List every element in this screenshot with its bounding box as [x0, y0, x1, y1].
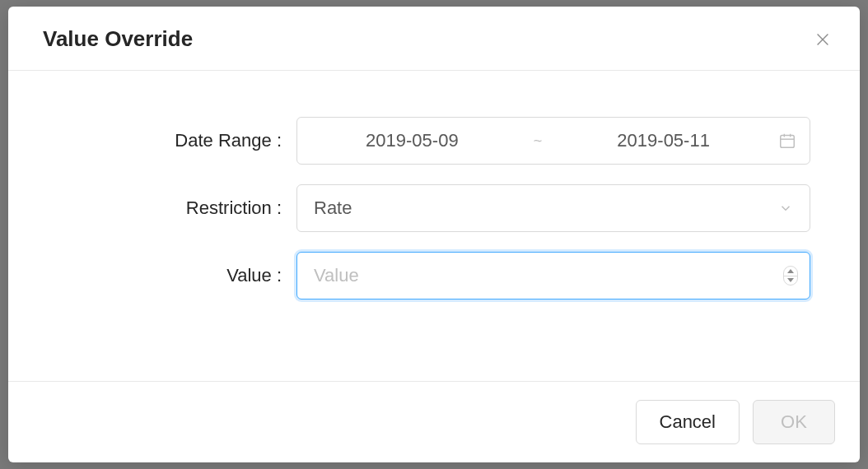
date-range-picker[interactable]: 2019-05-09 ~ 2019-05-11	[296, 117, 810, 165]
date-range-label: Date Range :	[49, 130, 296, 151]
restriction-select[interactable]: Rate	[296, 184, 810, 232]
chevron-down-icon	[778, 201, 793, 216]
value-input[interactable]	[314, 265, 783, 286]
close-icon	[814, 30, 832, 49]
modal-footer: Cancel OK	[8, 381, 860, 462]
ok-button[interactable]: OK	[753, 400, 835, 444]
calendar-icon	[778, 132, 796, 150]
date-range-row: Date Range : 2019-05-09 ~ 2019-05-11	[49, 117, 819, 165]
restriction-value: Rate	[314, 197, 352, 219]
svg-marker-7	[787, 278, 794, 282]
svg-rect-2	[781, 136, 795, 148]
modal-header: Value Override	[8, 7, 860, 71]
date-start: 2019-05-09	[297, 130, 527, 151]
value-label: Value :	[49, 265, 296, 286]
value-input-wrapper	[296, 252, 810, 300]
modal-title: Value Override	[43, 26, 193, 52]
close-button[interactable]	[810, 27, 835, 52]
restriction-label: Restriction :	[49, 197, 296, 219]
stepper-down[interactable]	[784, 276, 797, 286]
value-override-modal: Value Override Date Range : 2019-05-09 ~…	[8, 7, 860, 462]
restriction-row: Restriction : Rate	[49, 184, 819, 232]
value-stepper	[783, 266, 798, 286]
stepper-up[interactable]	[784, 267, 797, 276]
modal-body: Date Range : 2019-05-09 ~ 2019-05-11	[8, 71, 860, 381]
date-end: 2019-05-11	[548, 130, 778, 151]
cancel-button[interactable]: Cancel	[636, 400, 740, 444]
date-separator: ~	[527, 132, 549, 150]
svg-marker-6	[787, 269, 794, 273]
value-row: Value :	[49, 252, 819, 300]
